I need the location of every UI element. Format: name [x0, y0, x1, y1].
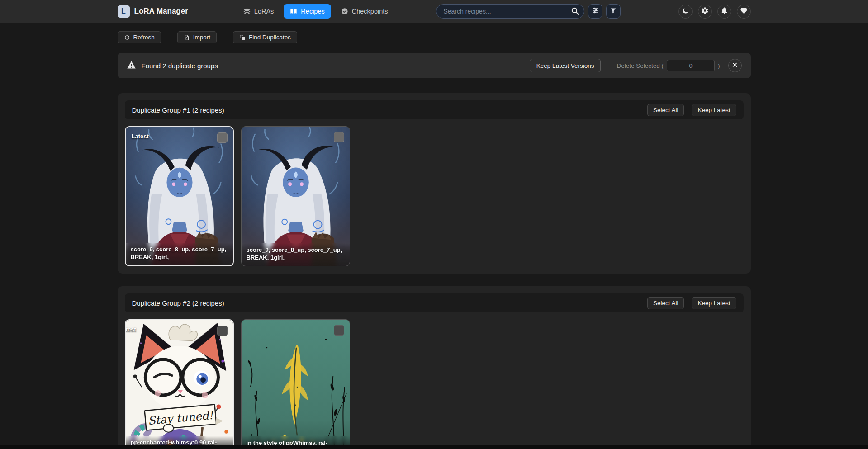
- recipe-card[interactable]: Latest score_9, score_8_up, score_7_up, …: [125, 126, 234, 266]
- recipe-caption: score_9, score_8_up, score_7_up, BREAK, …: [242, 243, 350, 266]
- theme-toggle-button[interactable]: [678, 5, 693, 19]
- import-label: Import: [193, 34, 210, 41]
- layers-icon: [243, 8, 251, 15]
- nav-tab-checkpoints[interactable]: Checkpoints: [335, 4, 394, 19]
- search-input[interactable]: [436, 4, 584, 19]
- file-import-icon: [184, 34, 190, 41]
- select-all-button[interactable]: Select All: [647, 297, 684, 309]
- latest-badge: Latest: [132, 133, 149, 140]
- nav-tab-label: Recipes: [301, 8, 324, 15]
- group-title: Duplicate Group #1 (2 recipes): [132, 106, 224, 114]
- actions-toolbar: Refresh Import Find Duplicates: [118, 31, 751, 43]
- keep-latest-versions-button[interactable]: Keep Latest Versions: [530, 59, 601, 72]
- moon-icon: [682, 7, 689, 16]
- recipe-card[interactable]: in the style of ppWhimsy, ral-frctlgmtry…: [241, 319, 350, 449]
- nav-tab-loras[interactable]: LoRAs: [237, 4, 280, 19]
- gear-icon: [701, 7, 709, 16]
- recipe-card[interactable]: Stay tuned! Latest pp-enchanted-whimsy:0…: [125, 319, 234, 449]
- refresh-label: Refresh: [133, 34, 155, 41]
- sliders-icon: [592, 7, 599, 16]
- find-duplicates-label: Find Duplicates: [249, 34, 291, 41]
- brand: L LoRA Manager: [118, 5, 188, 18]
- find-duplicates-button[interactable]: Find Duplicates: [233, 31, 297, 43]
- warning-icon: [127, 60, 136, 71]
- select-checkbox[interactable]: [334, 132, 344, 142]
- duplicate-group-panel: Duplicate Group #1 (2 recipes) Select Al…: [118, 93, 751, 274]
- recipe-card[interactable]: score_9, score_8_up, score_7_up, BREAK, …: [241, 126, 350, 266]
- recipe-caption: score_9, score_8_up, score_7_up, BREAK, …: [126, 243, 233, 265]
- check-circle-icon: [341, 8, 348, 15]
- duplicates-banner: Found 2 duplicate groups Keep Latest Ver…: [118, 53, 751, 78]
- delete-selected-prefix: Delete Selected (: [617, 62, 664, 69]
- bell-icon: [721, 7, 728, 16]
- select-checkbox[interactable]: [217, 132, 228, 143]
- close-icon: [732, 61, 738, 70]
- heart-icon: [740, 7, 748, 16]
- keep-latest-button[interactable]: Keep Latest: [692, 104, 736, 116]
- import-button[interactable]: Import: [177, 31, 217, 43]
- funnel-icon: [610, 7, 617, 16]
- recipe-image-cat: Stay tuned!: [126, 320, 233, 449]
- app-title: LoRA Manager: [134, 7, 188, 16]
- delete-selected-button[interactable]: Delete Selected ( ): [608, 57, 720, 75]
- select-checkbox[interactable]: [217, 326, 228, 336]
- nav-tab-label: LoRAs: [254, 8, 274, 15]
- close-banner-button[interactable]: [728, 59, 742, 72]
- book-icon: [290, 8, 297, 15]
- group-header: Duplicate Group #2 (2 recipes) Select Al…: [125, 293, 744, 312]
- search-box: [436, 4, 584, 19]
- search-icon: [571, 7, 579, 17]
- horizontal-scrollbar[interactable]: [0, 445, 868, 449]
- recipe-image-feather: [242, 320, 350, 449]
- group-header: Duplicate Group #1 (2 recipes) Select Al…: [125, 100, 744, 119]
- support-button[interactable]: [737, 5, 751, 19]
- delete-selected-suffix: ): [718, 62, 720, 69]
- sort-options-button[interactable]: [588, 4, 602, 19]
- delete-count-input[interactable]: [667, 60, 715, 71]
- latest-badge: Latest: [125, 326, 136, 333]
- duplicates-icon: [239, 34, 246, 41]
- nav-tab-label: Checkpoints: [352, 8, 388, 15]
- banner-message: Found 2 duplicate groups: [142, 62, 218, 70]
- settings-button[interactable]: [698, 5, 712, 19]
- notifications-button[interactable]: [717, 5, 731, 19]
- group-title: Duplicate Group #2 (2 recipes): [132, 299, 224, 307]
- app-logo: L: [118, 5, 130, 18]
- refresh-button[interactable]: Refresh: [118, 31, 161, 43]
- refresh-icon: [124, 34, 130, 41]
- select-checkbox[interactable]: [334, 325, 344, 336]
- top-bar: L LoRA Manager LoRAs Recipes Checkpoin: [0, 0, 868, 23]
- keep-latest-button[interactable]: Keep Latest: [692, 297, 736, 309]
- main-nav: LoRAs Recipes Checkpoints: [237, 4, 394, 19]
- filter-button[interactable]: [606, 4, 621, 19]
- duplicate-group-panel: Duplicate Group #2 (2 recipes) Select Al…: [118, 286, 751, 449]
- select-all-button[interactable]: Select All: [647, 104, 684, 116]
- nav-tab-recipes[interactable]: Recipes: [284, 4, 331, 19]
